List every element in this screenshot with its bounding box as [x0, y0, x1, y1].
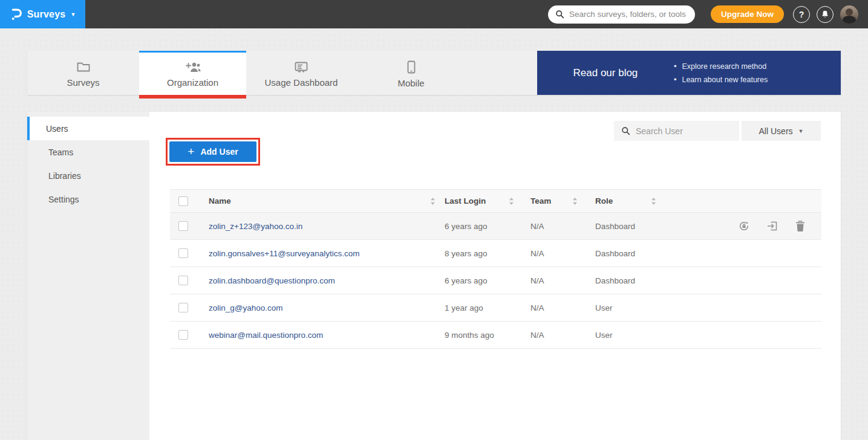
sort-icon[interactable]	[572, 197, 578, 205]
row-checkbox-cell	[170, 221, 200, 231]
read-our-blog-banner[interactable]: Read our blog Explore research method Le…	[537, 51, 841, 95]
table-row: zolin.dashboard@questionpro.com6 years a…	[170, 267, 821, 294]
row-checkbox[interactable]	[178, 303, 188, 312]
last-login-cell: 6 years ago	[442, 222, 520, 231]
role-cell: Dashboard	[584, 249, 662, 258]
sidebar-item-label: Libraries	[48, 171, 81, 181]
row-actions-cell	[662, 220, 821, 232]
row-checkbox-cell	[170, 248, 200, 258]
sidebar-item-label: Teams	[48, 147, 73, 157]
table-row: webinar@mail.questionpro.com9 months ago…	[170, 322, 821, 349]
login-as-user-icon[interactable]	[766, 220, 778, 232]
header-checkbox-cell	[170, 196, 200, 206]
folder-icon	[76, 61, 91, 73]
table-row: zolin_g@yahoo.com1 year agoN/AUser	[170, 294, 821, 322]
user-email-link[interactable]: webinar@mail.questionpro.com	[209, 331, 323, 340]
column-label: Name	[209, 196, 231, 205]
module-tabs: Surveys Organization	[27, 51, 841, 95]
blog-bullet-list: Explore research method Learn about new …	[674, 60, 768, 86]
user-email-link[interactable]: zolin.gonsalves+11@surveyanalytics.com	[209, 249, 359, 258]
annotation-red-box: + Add User	[166, 138, 260, 166]
row-checkbox[interactable]	[178, 276, 188, 285]
row-checkbox-cell	[170, 330, 200, 340]
team-cell: N/A	[520, 331, 584, 340]
blog-banner-title: Read our blog	[537, 67, 674, 79]
notifications-button[interactable]	[817, 6, 834, 23]
questionpro-logo-icon	[10, 7, 22, 21]
row-checkbox-cell	[170, 276, 200, 285]
tab-surveys[interactable]: Surveys	[27, 51, 139, 95]
users-filter-value: All Users	[759, 126, 793, 136]
blog-bullet: Learn about new features	[674, 73, 768, 86]
role-cell: Dashboard	[584, 276, 662, 285]
plus-icon: +	[188, 146, 194, 157]
users-table: Name Last Login Team Role zolin_z+123@ya…	[170, 189, 821, 349]
user-email-link[interactable]: zolin_z+123@yahoo.co.in	[209, 222, 302, 231]
upgrade-now-button[interactable]: Upgrade Now	[711, 5, 784, 23]
last-login-cell: 9 months ago	[442, 331, 520, 340]
user-search-input[interactable]	[636, 126, 732, 136]
tab-label: Surveys	[67, 77, 99, 88]
sidebar-item-label: Users	[46, 124, 68, 134]
row-checkbox[interactable]	[178, 248, 188, 258]
product-switcher[interactable]: Surveys ▼	[0, 0, 85, 28]
table-header-row: Name Last Login Team Role	[170, 189, 821, 213]
chevron-down-icon: ▼	[798, 129, 804, 134]
tab-label: Organization	[167, 77, 218, 88]
add-user-button[interactable]: + Add User	[169, 141, 256, 162]
global-search[interactable]	[548, 5, 695, 24]
delete-icon[interactable]	[795, 220, 806, 232]
reset-password-icon[interactable]	[738, 220, 750, 232]
user-name-cell: zolin.dashboard@questionpro.com	[200, 276, 442, 285]
sidebar-item-teams[interactable]: Teams	[27, 140, 149, 164]
search-icon	[621, 126, 630, 135]
tab-mobile[interactable]: Mobile	[356, 51, 466, 95]
column-label: Last Login	[445, 196, 486, 205]
question-mark-icon: ?	[799, 10, 804, 19]
role-cell: Dashboard	[584, 222, 662, 231]
tab-usage-dashboard[interactable]: Usage Dashboard	[246, 51, 356, 95]
sidebar-item-libraries[interactable]: Libraries	[27, 164, 149, 187]
sidebar-item-users[interactable]: Users	[27, 117, 149, 140]
user-name-cell: zolin_g@yahoo.com	[200, 303, 442, 312]
help-button[interactable]: ?	[793, 6, 810, 23]
column-label: Role	[595, 196, 613, 205]
add-user-label: Add User	[200, 147, 238, 157]
user-email-link[interactable]: zolin.dashboard@questionpro.com	[209, 276, 335, 285]
sort-icon[interactable]	[509, 197, 514, 205]
user-email-link[interactable]: zolin_g@yahoo.com	[209, 303, 283, 312]
header-role[interactable]: Role	[584, 196, 662, 205]
table-row: zolin.gonsalves+11@surveyanalytics.com8 …	[170, 240, 821, 267]
mobile-icon	[407, 60, 416, 74]
sidebar-item-settings[interactable]: Settings	[27, 187, 149, 211]
global-search-input[interactable]	[569, 10, 688, 19]
row-checkbox-cell	[170, 303, 200, 312]
header-name[interactable]: Name	[200, 196, 442, 205]
app-root: Surveys ▼ Upgrade Now ?	[0, 0, 868, 440]
chevron-down-icon: ▼	[70, 12, 76, 18]
tab-organization[interactable]: Organization	[139, 51, 246, 95]
organization-side-nav: Users Teams Libraries Settings	[27, 112, 149, 440]
add-people-icon	[184, 61, 201, 73]
table-row: zolin_z+123@yahoo.co.in6 years agoN/ADas…	[170, 213, 821, 240]
dashboard-icon	[294, 61, 308, 73]
user-search[interactable]	[614, 121, 739, 141]
header-team[interactable]: Team	[520, 196, 584, 205]
top-bar: Surveys ▼ Upgrade Now ?	[0, 0, 868, 28]
last-login-cell: 1 year ago	[442, 303, 520, 312]
select-all-checkbox[interactable]	[178, 196, 188, 206]
team-cell: N/A	[520, 249, 584, 258]
role-cell: User	[584, 303, 662, 312]
blog-bullet: Explore research method	[674, 60, 768, 73]
team-cell: N/A	[520, 276, 584, 285]
user-name-cell: zolin.gonsalves+11@surveyanalytics.com	[200, 249, 442, 258]
user-avatar[interactable]	[840, 5, 858, 24]
sort-icon[interactable]	[430, 197, 436, 205]
sidebar-item-label: Settings	[48, 195, 79, 204]
users-filter-dropdown[interactable]: All Users ▼	[742, 121, 821, 141]
row-checkbox[interactable]	[178, 330, 188, 340]
row-checkbox[interactable]	[178, 221, 188, 231]
sort-icon[interactable]	[651, 197, 656, 205]
header-last-login[interactable]: Last Login	[442, 196, 520, 205]
annotation-red-underline	[139, 95, 246, 99]
